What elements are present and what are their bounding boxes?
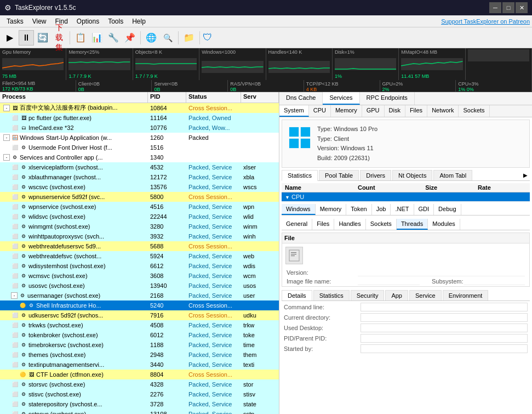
stab-nt-objects[interactable]: Nt Objects — [392, 170, 432, 180]
dtab-windows[interactable]: Windows — [282, 204, 316, 215]
table-row[interactable]: ⬜ ⚙ usosvc (svchost.exe) 13940 Packed, S… — [0, 281, 279, 291]
table-row[interactable]: ⬜ ⚙ Usermode Font Driver Host (f... 1516 — [0, 143, 279, 152]
table-row[interactable]: ⬜ ⚙ webthreatdefusersvc 5d9... 5688 Cros… — [0, 241, 279, 251]
process-list[interactable]: - 🖼 百度中文输入法服务程序 (baidupin... 10864 Cross… — [0, 103, 279, 414]
table-row[interactable]: ⬜ 🗂 ImeCard.exe *32 10776 Packed, Wow... — [0, 123, 279, 133]
stats-row-cpu[interactable]: ▼ CPU — [282, 192, 530, 202]
metric-memory[interactable]: Memory<25% 1.7 / 7.9 K — [66, 48, 133, 80]
table-row[interactable]: ⬜ ⚙ winhttpautoproxysvc (svch... 3932 Pa… — [0, 231, 279, 241]
toolbar-btn5[interactable]: 📌 — [122, 30, 138, 46]
table-row[interactable]: 🟡 🖼 CTF Loader (ctfmon.exe) 8804 Cross S… — [0, 370, 279, 379]
metric-gpu[interactable]: GPU=2% 2% — [380, 80, 456, 92]
expand-icon[interactable]: - — [3, 105, 10, 111]
table-row[interactable]: ⬜ ⚙ themes (svchost.exe) 2948 Packed, Se… — [0, 350, 279, 360]
table-row[interactable]: ⬜ ⚙ wpnuserservice 5d92f (svc... 5800 Cr… — [0, 192, 279, 202]
expand-icon[interactable]: - — [3, 154, 10, 161]
table-row[interactable]: ⬜ ⚙ wcmsvc (svchost.exe) 3608 Packed, Se… — [0, 271, 279, 281]
table-row-selected[interactable]: 🟡 ⚙ Shell Infrastructure Ho... 5240 Cros… — [0, 300, 279, 310]
metric-ras[interactable]: RAS/VPN<0B 0B — [228, 80, 304, 92]
stab-pool-table[interactable]: Pool Table — [319, 170, 359, 180]
dtab-token[interactable]: Token — [346, 204, 371, 215]
toolbar-pause-button[interactable]: ⏸ — [19, 30, 34, 46]
table-row[interactable]: ⬜ ⚙ wdisystemhost (svchost.exe) 6612 Pac… — [0, 261, 279, 271]
tab-rpc-endpoints[interactable]: RPC Endpoints — [360, 92, 415, 105]
minimize-button[interactable]: ─ — [489, 2, 501, 13]
stab-atom-tabl[interactable]: Atom Tabl — [433, 170, 472, 180]
table-row[interactable]: ⬜ ⚙ sstpsvc (svchost.exe) 13108 Packed, … — [0, 409, 279, 414]
table-row[interactable]: ⬜ ⚙ timebrokersvc (svchost.exe) 1188 Pac… — [0, 340, 279, 350]
menu-view[interactable]: View — [28, 16, 51, 26]
metric-server[interactable]: Server<0B 0B — [152, 80, 228, 92]
expand-icon[interactable]: - — [11, 292, 18, 299]
metric-objects[interactable]: Objects<8 K 1.7 / 7.9 K — [133, 48, 199, 80]
menu-help[interactable]: Help — [128, 16, 150, 26]
dtab-security[interactable]: Security — [351, 290, 385, 300]
dtab-environment[interactable]: Environment — [443, 290, 489, 300]
desktop-input[interactable] — [361, 324, 528, 332]
table-row[interactable]: ⬜ ⚙ staterepository (svchost.e... 3728 P… — [0, 399, 279, 409]
table-row[interactable]: - ⚙ Services and Controller app (... 134… — [0, 152, 279, 162]
table-row[interactable]: ⬜ ⚙ wlidsvc (svchost.exe) 22244 Packed, … — [0, 212, 279, 222]
dtab2-modules[interactable]: Modules — [428, 219, 460, 230]
toolbar-chinese-button[interactable]: 下载集 — [52, 30, 67, 46]
maximize-button[interactable]: □ — [502, 2, 514, 13]
tab-services[interactable]: Services — [323, 92, 359, 105]
toolbar-btn2[interactable]: 📋 — [73, 30, 88, 46]
dtab-statistics[interactable]: Statistics — [313, 290, 350, 300]
col-process[interactable]: Process — [0, 92, 148, 103]
table-row[interactable]: - ⚙ usermanager (svchost.exe) 2168 Packe… — [0, 291, 279, 300]
tab-cpu[interactable]: CPU — [309, 105, 331, 117]
pid-input[interactable] — [361, 334, 528, 343]
scroll-right-icon[interactable]: ▶ — [521, 171, 530, 179]
table-row[interactable]: - 🪟 Windows Start-Up Application (w... 1… — [0, 133, 279, 143]
menu-options[interactable]: Options — [72, 16, 104, 26]
metric-mmapio[interactable]: MMapIO<48 MB 11.41 57 MB — [399, 48, 465, 80]
expand-icon[interactable]: - — [3, 134, 10, 141]
tab-network[interactable]: Network — [427, 105, 459, 117]
toolbar-btn3[interactable]: 📊 — [89, 30, 105, 46]
dtab-job[interactable]: Job — [372, 204, 391, 215]
dtab-details[interactable]: Details — [282, 290, 312, 300]
metric-client[interactable]: Client<0B 0B — [76, 80, 152, 92]
tab-disk[interactable]: Disk — [385, 105, 405, 117]
metric-gpu-memory[interactable]: Gpu Memory 75 MB — [0, 48, 66, 80]
metric-windows[interactable]: Windows<1000 — [199, 48, 266, 80]
dtab-memory[interactable]: Memory — [316, 204, 347, 215]
table-row[interactable]: ⬜ ⚙ winmgmt (svchost.exe) 3280 Packed, S… — [0, 222, 279, 231]
started-input[interactable] — [361, 344, 528, 353]
close-button[interactable]: ✕ — [516, 2, 528, 13]
toolbar-search-button[interactable]: 🔍 — [160, 30, 175, 46]
col-rate[interactable]: Rate — [474, 183, 530, 192]
table-row[interactable]: - 🖼 百度中文输入法服务程序 (baidupin... 10864 Cross… — [0, 103, 279, 113]
metric-cpu[interactable]: CPU=3% 1% 0% — [456, 80, 532, 92]
dtab-gdi[interactable]: GDI — [414, 204, 434, 215]
dtab-app[interactable]: App — [385, 290, 408, 300]
dtab2-handles[interactable]: Handles — [334, 219, 365, 230]
table-row[interactable]: ⬜ ⚙ wpnservice (svchost.exe) 4516 Packed… — [0, 202, 279, 212]
table-row[interactable]: ⬜ ⚙ webthreatdefsvc (svchost... 5924 Pac… — [0, 251, 279, 261]
toolbar-run-button[interactable]: ▶ — [2, 30, 18, 46]
cmdline-input[interactable] — [361, 303, 528, 311]
col-size[interactable]: Size — [422, 183, 474, 192]
tab-gpu[interactable]: GPU — [362, 105, 385, 117]
tab-system[interactable]: System — [279, 105, 309, 117]
table-row[interactable]: ⬜ ⚙ trkwks (svchost.exe) 4508 Packed, Se… — [0, 320, 279, 330]
toolbar-refresh-button[interactable]: 🔄 — [35, 30, 50, 46]
tab-memory[interactable]: Memory — [331, 105, 362, 117]
curdir-input[interactable] — [361, 313, 528, 322]
menu-tasks[interactable]: Tasks — [2, 16, 28, 26]
col-serv[interactable]: Serv — [241, 92, 279, 103]
dtab-debug[interactable]: Debug — [434, 204, 461, 215]
table-row[interactable]: ⬜ 🖼 pc flutter (pc flutter.exe) 11164 Pa… — [0, 113, 279, 123]
table-row[interactable]: ⬜ ⚙ storsvc (svchost.exe) 4328 Packed, S… — [0, 379, 279, 389]
metric-disk[interactable]: Disk=1% 1% — [333, 48, 399, 80]
col-pid[interactable]: PID — [148, 92, 186, 103]
tab-dns-cache[interactable]: Dns Cache — [279, 92, 323, 105]
stab-statistics[interactable]: Statistics — [282, 170, 318, 181]
col-count[interactable]: Count — [354, 183, 422, 192]
tab-sockets[interactable]: Sockets — [459, 105, 489, 117]
dtab2-general[interactable]: General — [282, 219, 312, 230]
dtab-service[interactable]: Service — [409, 290, 442, 300]
toolbar-btn6[interactable]: 🌐 — [144, 30, 159, 46]
tab-files[interactable]: Files — [405, 105, 427, 117]
